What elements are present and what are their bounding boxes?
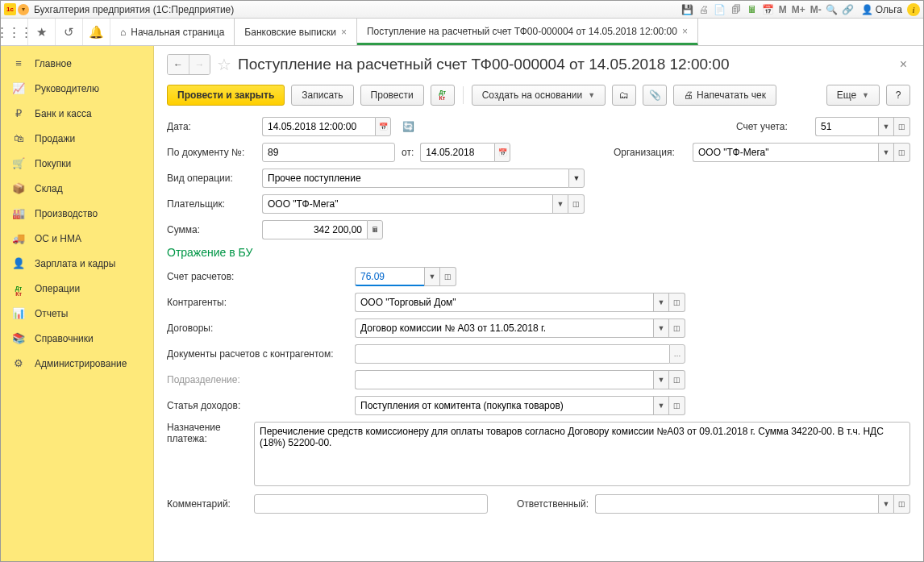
history-icon[interactable]: ↺: [56, 19, 83, 45]
caret-down-icon[interactable]: ▼: [878, 117, 894, 136]
sidebar-item-stock[interactable]: 📦Склад: [1, 176, 153, 201]
create-based-button[interactable]: Создать на основании▼: [472, 85, 606, 106]
more-button[interactable]: Еще▼: [826, 85, 880, 106]
favorites-icon[interactable]: ★: [28, 19, 56, 45]
caret-down-icon[interactable]: ▼: [424, 267, 440, 286]
settlement-docs-field[interactable]: …: [355, 344, 685, 364]
responsible-input[interactable]: [595, 494, 878, 514]
caret-down-icon[interactable]: ▼: [653, 370, 669, 389]
sidebar-item-operations[interactable]: ДтКтОперации: [1, 276, 153, 301]
account-input[interactable]: [815, 117, 878, 136]
dtkt-button[interactable]: ДтКт: [431, 85, 455, 106]
write-button[interactable]: Записать: [291, 85, 353, 106]
caret-down-icon[interactable]: ▼: [653, 396, 669, 415]
close-icon[interactable]: ×: [682, 26, 688, 37]
memory-mplus[interactable]: М+: [789, 4, 808, 15]
calendar-icon[interactable]: 📅: [761, 3, 776, 16]
tab-home[interactable]: ⌂ Начальная страница: [110, 19, 235, 45]
print-check-button[interactable]: 🖨 Напечатать чек: [673, 85, 776, 106]
sidebar-item-purchases[interactable]: 🛒Покупки: [1, 151, 153, 176]
date-input[interactable]: [262, 117, 375, 136]
structure-button[interactable]: 🗂: [612, 85, 636, 106]
zoom-icon[interactable]: 🔍: [825, 3, 839, 16]
income-item-input[interactable]: [355, 396, 653, 415]
purpose-textarea[interactable]: [254, 422, 910, 486]
caret-down-icon[interactable]: ▼: [552, 194, 568, 214]
department-field[interactable]: ▼ ◫: [355, 370, 685, 389]
sidebar-item-refs[interactable]: 📚Справочники: [1, 326, 153, 351]
nav-forward-button[interactable]: →: [189, 55, 210, 74]
open-icon[interactable]: ◫: [894, 117, 910, 136]
user-indicator[interactable]: 👤Ольга: [861, 4, 902, 15]
refresh-icon[interactable]: 🔄: [402, 121, 414, 132]
doc-icon[interactable]: 📄: [713, 3, 727, 16]
docdate-field[interactable]: 📅: [420, 143, 510, 162]
help-button[interactable]: ?: [886, 85, 910, 106]
apps-grid-icon[interactable]: ⋮⋮⋮: [1, 19, 28, 45]
optype-input[interactable]: [262, 169, 568, 188]
open-icon[interactable]: ◫: [669, 318, 685, 338]
sidebar-item-sales[interactable]: 🛍Продажи: [1, 126, 153, 151]
responsible-field[interactable]: ▼ ◫: [595, 494, 910, 514]
docdate-input[interactable]: [420, 143, 494, 162]
sidebar-item-admin[interactable]: ⚙Администрирование: [1, 351, 153, 376]
caret-down-icon[interactable]: ▼: [568, 169, 585, 188]
info-icon[interactable]: i: [907, 3, 920, 16]
income-item-field[interactable]: ▼ ◫: [355, 396, 685, 415]
sidebar-item-hr[interactable]: 👤Зарплата и кадры: [1, 251, 153, 276]
calendar-icon[interactable]: 📅: [375, 117, 391, 136]
tab-receipt[interactable]: Поступление на расчетный счет ТФ00-00000…: [357, 19, 698, 45]
app-menu-dropdown[interactable]: ▾: [18, 4, 29, 15]
attach-button[interactable]: 📎: [643, 85, 667, 106]
org-field[interactable]: ▼ ◫: [693, 143, 910, 162]
save-icon[interactable]: 💾: [681, 3, 695, 16]
caret-down-icon[interactable]: ▼: [878, 143, 894, 162]
close-page-button[interactable]: ×: [897, 54, 910, 75]
settle-account-field[interactable]: ▼ ◫: [355, 267, 456, 286]
link-icon[interactable]: 🔗: [841, 3, 855, 16]
favorite-star-icon[interactable]: ☆: [217, 55, 231, 74]
counterparty-field[interactable]: ▼ ◫: [355, 293, 685, 312]
contracts-input[interactable]: [355, 318, 653, 338]
open-icon[interactable]: ◫: [894, 143, 910, 162]
sidebar-item-bank[interactable]: ₽Банк и касса: [1, 101, 153, 126]
caret-down-icon[interactable]: ▼: [653, 293, 669, 312]
open-icon[interactable]: ◫: [894, 494, 910, 514]
nav-back-button[interactable]: ←: [168, 55, 189, 74]
org-input[interactable]: [693, 143, 878, 162]
sum-field[interactable]: 🖩: [262, 220, 383, 239]
open-icon[interactable]: ◫: [669, 293, 685, 312]
calendar-icon[interactable]: 📅: [494, 143, 510, 162]
open-icon[interactable]: ◫: [440, 267, 456, 286]
ellipsis-icon[interactable]: …: [669, 344, 685, 364]
post-and-close-button[interactable]: Провести и закрыть: [167, 85, 285, 106]
docnum-input[interactable]: [262, 143, 395, 162]
open-icon[interactable]: ◫: [669, 370, 685, 389]
sum-input[interactable]: [262, 220, 367, 239]
settlement-docs-input[interactable]: [355, 344, 669, 364]
calc-icon[interactable]: 🖩: [745, 3, 760, 16]
contracts-field[interactable]: ▼ ◫: [355, 318, 685, 338]
optype-field[interactable]: ▼: [262, 169, 585, 188]
close-icon[interactable]: ×: [341, 27, 347, 38]
department-input[interactable]: [355, 370, 653, 389]
date-field[interactable]: 📅: [262, 117, 391, 136]
calc-icon[interactable]: 🖩: [367, 220, 383, 239]
caret-down-icon[interactable]: ▼: [878, 494, 894, 514]
counterparty-input[interactable]: [355, 293, 653, 312]
payer-field[interactable]: ▼ ◫: [262, 194, 585, 214]
notifications-icon[interactable]: 🔔: [83, 19, 110, 45]
sidebar-item-reports[interactable]: 📊Отчеты: [1, 301, 153, 326]
sidebar-item-assets[interactable]: 🚚ОС и НМА: [1, 226, 153, 251]
post-button[interactable]: Провести: [360, 85, 424, 106]
sidebar-item-main[interactable]: ≡Главное: [1, 51, 153, 76]
memory-mminus[interactable]: М-: [808, 4, 824, 15]
open-icon[interactable]: ◫: [669, 396, 685, 415]
compare-icon[interactable]: 🗐: [729, 3, 743, 16]
comment-input[interactable]: [254, 494, 488, 514]
open-icon[interactable]: ◫: [568, 194, 585, 214]
sidebar-item-production[interactable]: 🏭Производство: [1, 201, 153, 226]
account-field[interactable]: ▼ ◫: [815, 117, 910, 136]
memory-m[interactable]: М: [776, 4, 789, 15]
sidebar-item-director[interactable]: 📈Руководителю: [1, 76, 153, 101]
